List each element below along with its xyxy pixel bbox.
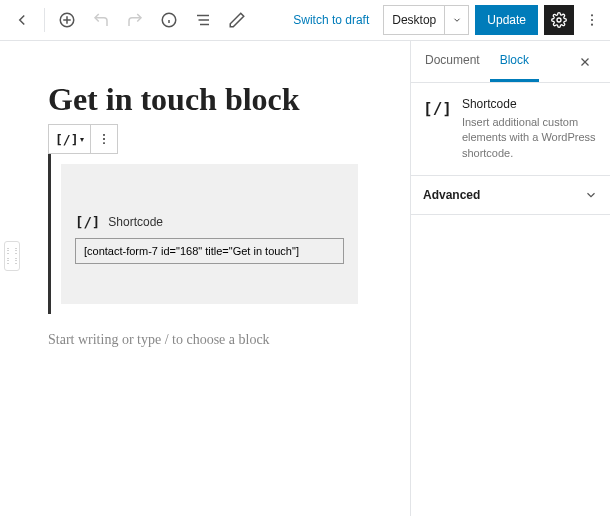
drag-dots-icon: ⋮⋮ xyxy=(4,247,20,255)
new-block-placeholder[interactable]: Start writing or type / to choose a bloc… xyxy=(48,332,390,348)
selected-block: [/] ▾ [/] Shortcode xyxy=(48,124,368,314)
toolbar-left-group xyxy=(6,4,253,36)
block-info-text: Shortcode Insert additional custom eleme… xyxy=(462,97,598,161)
settings-button[interactable] xyxy=(544,5,574,35)
svg-point-9 xyxy=(557,18,561,22)
editor-canvas[interactable]: ⋮⋮ ⋮⋮ Get in touch block [/] ▾ [/] Short… xyxy=(0,41,410,516)
redo-button[interactable] xyxy=(119,4,151,36)
svg-point-10 xyxy=(591,14,593,16)
outline-button[interactable] xyxy=(187,4,219,36)
block-drag-handle[interactable]: ⋮⋮ ⋮⋮ xyxy=(4,241,20,271)
block-description: Insert additional custom elements with a… xyxy=(462,115,598,161)
chevron-down-icon: ▾ xyxy=(80,135,84,144)
add-block-button[interactable] xyxy=(51,4,83,36)
chevron-down-icon xyxy=(444,6,468,34)
shortcode-block-inner: [/] Shortcode xyxy=(61,164,358,304)
svg-point-12 xyxy=(591,24,593,26)
undo-button[interactable] xyxy=(85,4,117,36)
separator xyxy=(44,8,45,32)
close-sidebar-button[interactable] xyxy=(578,48,606,76)
shortcode-label: Shortcode xyxy=(108,215,163,229)
block-more-button[interactable] xyxy=(91,125,117,153)
block-info-panel: [/] Shortcode Insert additional custom e… xyxy=(411,83,610,176)
block-name: Shortcode xyxy=(462,97,598,111)
shortcode-icon: [/] xyxy=(423,99,452,161)
top-toolbar: Switch to draft Desktop Update xyxy=(0,0,610,41)
advanced-panel-toggle[interactable]: Advanced xyxy=(411,176,610,215)
block-toolbar: [/] ▾ xyxy=(48,124,118,154)
shortcode-block-body: [/] Shortcode xyxy=(48,154,368,314)
tab-block[interactable]: Block xyxy=(490,41,539,82)
shortcode-block-header: [/] Shortcode xyxy=(75,214,344,230)
shortcode-input[interactable] xyxy=(75,238,344,264)
edit-button[interactable] xyxy=(221,4,253,36)
svg-point-14 xyxy=(104,138,106,140)
svg-point-13 xyxy=(104,134,106,136)
info-button[interactable] xyxy=(153,4,185,36)
chevron-down-icon xyxy=(584,188,598,202)
drag-dots-icon: ⋮⋮ xyxy=(4,257,20,265)
update-button[interactable]: Update xyxy=(475,5,538,35)
device-preview-select[interactable]: Desktop xyxy=(383,5,469,35)
switch-to-draft-button[interactable]: Switch to draft xyxy=(285,4,377,36)
tab-document[interactable]: Document xyxy=(415,41,490,82)
advanced-panel-title: Advanced xyxy=(423,188,480,202)
svg-point-15 xyxy=(104,142,106,144)
main-layout: ⋮⋮ ⋮⋮ Get in touch block [/] ▾ [/] Short… xyxy=(0,41,610,516)
svg-point-11 xyxy=(591,19,593,21)
block-type-button[interactable]: [/] ▾ xyxy=(49,125,91,153)
more-options-button[interactable] xyxy=(580,5,604,35)
shortcode-icon: [/] xyxy=(75,214,100,230)
device-label: Desktop xyxy=(384,13,444,27)
shortcode-icon: [/] xyxy=(55,132,78,147)
back-button[interactable] xyxy=(6,4,38,36)
settings-sidebar: Document Block [/] Shortcode Insert addi… xyxy=(410,41,610,516)
sidebar-tabs: Document Block xyxy=(411,41,610,83)
page-title[interactable]: Get in touch block xyxy=(48,81,390,118)
toolbar-right-group: Switch to draft Desktop Update xyxy=(285,4,604,36)
